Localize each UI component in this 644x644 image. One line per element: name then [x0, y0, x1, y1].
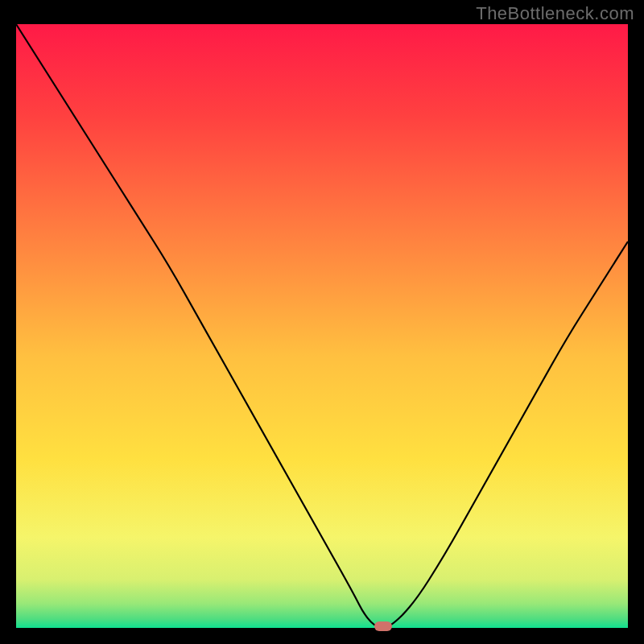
bottleneck-chart [0, 0, 644, 644]
chart-frame: TheBottleneck.com [0, 0, 644, 644]
watermark-text: TheBottleneck.com [476, 3, 634, 24]
optimal-marker [374, 621, 392, 631]
